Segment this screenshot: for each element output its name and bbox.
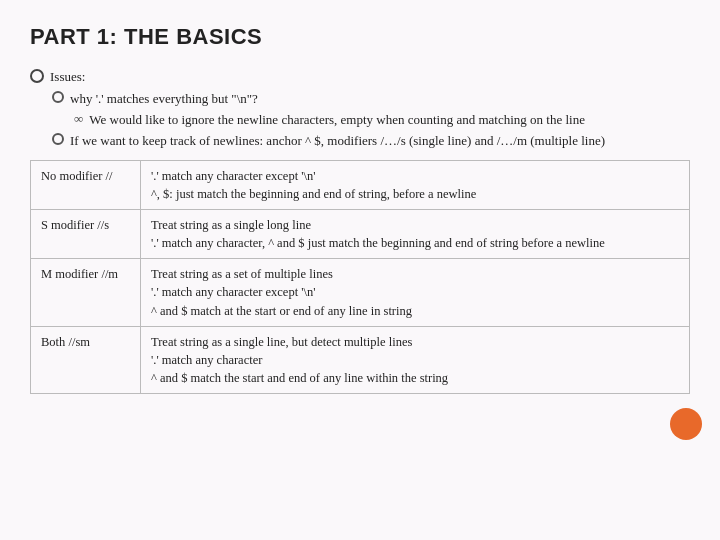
bullet-why: why '.' matches everything but "\n"?	[52, 90, 690, 108]
bullet-we: We would like to ignore the newline char…	[74, 111, 690, 129]
why-label: why '.' matches everything but "\n"?	[70, 90, 258, 108]
bullet-if: If we want to keep track of newlines: an…	[52, 132, 690, 150]
description-cell: Treat string as a single long line'.' ma…	[141, 210, 690, 259]
modifier-cell: Both //sm	[31, 326, 141, 393]
issues-section: Issues: why '.' matches everything but "…	[30, 68, 690, 150]
modifier-cell: M modifier //m	[31, 259, 141, 326]
if-label: If we want to keep track of newlines: an…	[70, 132, 605, 150]
page: PART 1: THE BASICS Issues: why '.' match…	[0, 0, 720, 540]
bullet-issues: Issues:	[30, 68, 690, 86]
bullet-icon-why	[52, 91, 64, 103]
modifier-table: No modifier //'.' match any character ex…	[30, 160, 690, 394]
modifier-cell: S modifier //s	[31, 210, 141, 259]
modifier-cell: No modifier //	[31, 160, 141, 209]
table-row: Both //smTreat string as a single line, …	[31, 326, 690, 393]
orange-dot	[670, 408, 702, 440]
issues-label: Issues:	[50, 68, 85, 86]
description-cell: Treat string as a set of multiple lines'…	[141, 259, 690, 326]
bullet-icon-if	[52, 133, 64, 145]
table-row: M modifier //mTreat string as a set of m…	[31, 259, 690, 326]
page-title: PART 1: THE BASICS	[30, 24, 690, 50]
we-label: We would like to ignore the newline char…	[89, 111, 585, 129]
table-row: S modifier //sTreat string as a single l…	[31, 210, 690, 259]
description-cell: Treat string as a single line, but detec…	[141, 326, 690, 393]
bullet-icon-issues	[30, 69, 44, 83]
description-cell: '.' match any character except '\n'^, $:…	[141, 160, 690, 209]
table-row: No modifier //'.' match any character ex…	[31, 160, 690, 209]
